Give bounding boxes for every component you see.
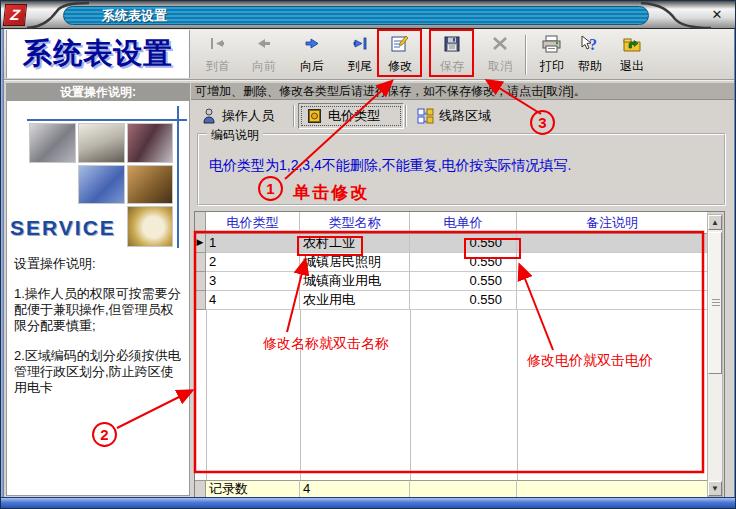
table-row[interactable]: 2 城镇居民照明 0.550: [195, 253, 707, 272]
footer-empty-cell: [410, 480, 517, 497]
row-selector: [195, 272, 206, 291]
cell-note[interactable]: [517, 291, 707, 310]
app-logo-icon: Z: [3, 4, 27, 26]
grid-column-line: [206, 310, 207, 480]
tab-separator: [293, 105, 295, 127]
last-icon: [339, 34, 381, 56]
photo-keyboard: [78, 165, 125, 204]
footer-selector: [195, 480, 206, 497]
page-title-box: 系统表设置: [6, 30, 190, 78]
record-count-label: 记录数: [206, 480, 300, 497]
prev-arrow-icon: [243, 34, 285, 56]
coding-note-groupbox: 编码说明 电价类型为1,2,3,4不能删除,不能重复,电价按实际情况填写.: [197, 133, 726, 206]
price-type-grid: 电价类型 类型名称 电单价 备注说明 ▶ 1 农村工业 0.550: [194, 211, 725, 498]
scrollbar-grip: [712, 299, 720, 307]
service-wordmark: SERVICE: [10, 216, 116, 240]
cell-type[interactable]: 2: [206, 253, 300, 272]
scroll-up-button[interactable]: ▲: [708, 215, 722, 230]
photo-pen: [78, 123, 125, 163]
edit-icon: [379, 34, 421, 56]
col-header-name[interactable]: 类型名称: [300, 212, 410, 234]
cell-name[interactable]: 城镇商业用电: [300, 272, 410, 291]
col-header-price[interactable]: 电单价: [410, 212, 517, 234]
price-type-icon: [307, 108, 323, 124]
cell-type[interactable]: 4: [206, 291, 300, 310]
grid-column-line: [517, 310, 518, 480]
last-button[interactable]: 到尾: [339, 32, 381, 78]
scrollbar-thumb[interactable]: [708, 232, 722, 374]
table-row[interactable]: ▶ 1 农村工业 0.550: [195, 234, 707, 253]
table-row[interactable]: 3 城镇商业用电 0.550: [195, 272, 707, 291]
tab-separator: [405, 105, 407, 127]
cell-name[interactable]: 农业用电: [300, 291, 410, 310]
save-icon: [431, 34, 473, 56]
grid-column-line: [410, 310, 411, 480]
status-bar: [1, 497, 736, 508]
row-selector-marker: ▶: [195, 234, 206, 253]
sidebar-header: 设置操作说明:: [7, 84, 189, 101]
cell-name[interactable]: 城镇居民照明: [300, 253, 410, 272]
note-item-2: 2.区域编码的划分必须按供电管理行政区划分,防止跨区使用电卡: [14, 348, 184, 396]
note-item-1: 1.操作人员的权限可按需要分配便于兼职操作,但管理员权限分配要慎重;: [14, 286, 184, 334]
tab-operators[interactable]: 操作人员: [194, 103, 292, 129]
notes-title: 设置操作说明:: [14, 256, 184, 272]
help-button[interactable]: ? 帮助: [569, 32, 611, 78]
footer-empty-cell: [517, 480, 707, 497]
close-button[interactable]: ✕: [707, 7, 727, 23]
photo-pocket-watch: [127, 206, 173, 247]
cell-price[interactable]: 0.550: [410, 291, 517, 310]
sidebar-notes: 设置操作说明: 1.操作人员的权限可按需要分配便于兼职操作,但管理员权限分配要慎…: [14, 256, 184, 410]
grid-header-row: 电价类型 类型名称 电单价 备注说明: [195, 212, 707, 234]
first-button[interactable]: 到首: [197, 32, 239, 78]
printer-icon: [531, 34, 573, 56]
cell-type[interactable]: 1: [206, 234, 300, 253]
main-area: 系统表设置 到首 向前: [4, 29, 734, 499]
first-icon: [197, 34, 239, 56]
cell-note[interactable]: [517, 234, 707, 253]
next-button[interactable]: 向后: [291, 32, 333, 78]
exit-icon: [611, 34, 653, 56]
cell-note[interactable]: [517, 253, 707, 272]
print-button[interactable]: 打印: [531, 32, 573, 78]
tab-bar: 操作人员 电价类型 ++ 线路区域: [191, 102, 734, 130]
cancel-x-icon: [479, 34, 521, 56]
groupbox-text: 电价类型为1,2,3,4不能删除,不能重复,电价按实际情况填写.: [209, 157, 571, 175]
save-button[interactable]: 保存: [431, 32, 473, 78]
col-header-note[interactable]: 备注说明: [517, 212, 707, 234]
exit-button[interactable]: 退出: [611, 32, 653, 78]
table-row[interactable]: 4 农业用电 0.550: [195, 291, 707, 310]
svg-text:+: +: [424, 110, 428, 116]
groupbox-title: 编码说明: [207, 127, 263, 144]
cancel-button[interactable]: 取消: [479, 32, 521, 78]
person-icon: [202, 108, 217, 124]
header-selector-cell: [195, 212, 206, 234]
row-selector: [195, 291, 206, 310]
cell-price[interactable]: 0.550: [410, 234, 517, 253]
app-window: Z 系统表设置 ✕ 系统表设置 到首: [0, 0, 736, 509]
prev-button[interactable]: 向前: [243, 32, 285, 78]
photo-briefcase: [127, 165, 173, 204]
row-selector: [195, 253, 206, 272]
cell-note[interactable]: [517, 272, 707, 291]
tab-line-regions[interactable]: ++ 线路区域: [409, 103, 503, 129]
cell-price[interactable]: 0.550: [410, 272, 517, 291]
grid-column-line: [300, 310, 301, 480]
edit-button[interactable]: 修改: [379, 32, 421, 78]
scroll-down-button[interactable]: ▼: [708, 481, 722, 496]
grid-empty-area: [195, 310, 707, 480]
sidebar: 设置操作说明: SERVICE 设置操作说明: 1.操作人员的权限可按需要分配便…: [6, 83, 190, 496]
window-title: 系统表设置: [63, 6, 649, 25]
tab-price-types[interactable]: 电价类型: [298, 103, 404, 129]
collage-line-right: [177, 106, 179, 248]
cell-type[interactable]: 3: [206, 272, 300, 291]
page-title: 系统表设置: [23, 34, 173, 74]
info-bar: 可增加、删除、修改各类型后请进行保存，如不保存修改，请点击[取消]。: [191, 83, 734, 100]
svg-text:+: +: [424, 118, 428, 124]
col-header-type[interactable]: 电价类型: [206, 212, 300, 234]
photo-tool: [29, 123, 76, 163]
grid-table: 电价类型 类型名称 电单价 备注说明 ▶ 1 农村工业 0.550: [195, 212, 707, 497]
photo-pens: [127, 123, 173, 163]
cell-name[interactable]: 农村工业: [300, 234, 410, 253]
vertical-scrollbar[interactable]: ▲ ▼: [707, 214, 723, 497]
cell-price[interactable]: 0.550: [410, 253, 517, 272]
